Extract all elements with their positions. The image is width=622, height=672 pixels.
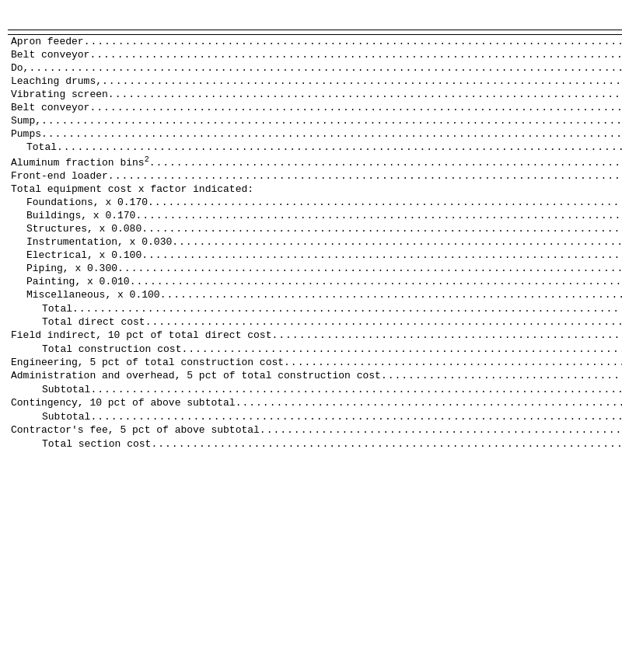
dot-leader: ........................................… (142, 249, 622, 261)
row-label: Contractor's fee, 5 pct of above subtota… (11, 424, 260, 436)
dot-leader: ........................................… (84, 36, 622, 47)
dot-leader: ........................................… (172, 236, 622, 248)
row-label: Foundations, x 0.170 (26, 197, 148, 208)
row-label: Buildings, x 0.170 (26, 210, 135, 221)
dot-leader: ........................................… (108, 170, 622, 182)
row-label: Instrumentation, x 0.030 (26, 236, 172, 248)
table-row: Foundations, x 0.170....................… (8, 196, 622, 209)
table-row: Do,.....................................… (8, 61, 622, 75)
dot-leader: ........................................… (41, 115, 622, 127)
dot-leader: ........................................… (236, 397, 622, 409)
row-label: Front-end loader (11, 170, 108, 182)
dot-leader: ........................................… (381, 370, 622, 381)
dot-leader: ........................................… (89, 102, 622, 113)
row-label: Apron feeder (11, 36, 84, 47)
table-row: Vibrating screen........................… (8, 88, 622, 101)
table-row: Subtotal................................… (8, 383, 622, 397)
table-row: Total...................................… (8, 302, 622, 316)
row-label: Total section cost (42, 438, 151, 450)
row-label: Aluminum fraction bins2 (11, 157, 149, 169)
row-label: Do, (11, 62, 29, 74)
table-row: Total section cost......................… (8, 437, 622, 452)
dot-leader: ........................................… (41, 128, 622, 140)
dot-leader: ........................................… (117, 263, 622, 274)
dot-leader: ........................................… (108, 89, 622, 100)
dot-leader: ........................................… (90, 411, 622, 423)
row-label: Vibrating screen (11, 89, 108, 100)
row-label: Leaching drums, (11, 75, 102, 87)
table-row: Structures, x 0.080.....................… (8, 222, 622, 235)
row-label: Total (42, 303, 72, 315)
table-row: Leaching drums,.........................… (8, 75, 622, 88)
table-row: Sump,...................................… (8, 114, 622, 127)
dot-leader: ........................................… (142, 223, 622, 235)
table-row: Piping, x 0.300.........................… (8, 262, 622, 275)
table-row: Pumps...................................… (8, 127, 622, 141)
dot-leader: ........................................… (181, 343, 622, 355)
dot-leader: ........................................… (284, 357, 622, 368)
table-row: Total equipment cost x factor indicated: (8, 183, 622, 196)
dot-leader: ........................................… (29, 62, 622, 74)
row-label: Total construction cost (42, 343, 181, 355)
table-row: Subtotal................................… (8, 410, 622, 424)
table-row: Contractor's fee, 5 pct of above subtota… (8, 423, 622, 437)
dot-leader: ........................................… (151, 438, 622, 450)
dot-leader: ........................................… (102, 75, 622, 87)
table-row: Belt conveyor...........................… (8, 48, 622, 61)
table-row: Painting, x 0.010.......................… (8, 275, 622, 288)
row-label: Pumps (11, 128, 41, 140)
table-row: Aluminum fraction bins2.................… (8, 155, 622, 169)
dot-leader: ........................................… (149, 157, 622, 169)
table-row: Total direct cost.......................… (8, 315, 622, 329)
row-label: Total direct cost (42, 316, 145, 328)
row-label: Structures, x 0.080 (26, 223, 142, 235)
row-label: Electrical, x 0.100 (26, 249, 142, 261)
dot-leader: ........................................… (130, 276, 622, 287)
dot-leader: ........................................… (271, 329, 622, 341)
dot-leader: ........................................… (145, 316, 622, 328)
row-label: Sump, (11, 115, 41, 127)
table-row: Front-end loader........................… (8, 169, 622, 183)
dot-leader: ........................................… (260, 424, 622, 436)
row-label: Subtotal (42, 411, 90, 423)
dot-leader: ........................................… (89, 49, 622, 61)
dot-leader: ........................................… (160, 289, 622, 301)
row-label: Contingency, 10 pct of above subtotal (11, 397, 236, 409)
row-label: Subtotal (42, 384, 90, 395)
row-label: Belt conveyor (11, 49, 89, 61)
row-label: Painting, x 0.010 (26, 276, 130, 287)
table-row: Buildings, x 0.170......................… (8, 209, 622, 222)
dot-leader: ........................................… (72, 303, 622, 315)
row-label: Belt conveyor (11, 102, 89, 113)
table-row: Field indirect, 10 pct of total direct c… (8, 329, 622, 343)
table-row: Total construction cost.................… (8, 343, 622, 357)
table-row: Instrumentation, x 0.030................… (8, 235, 622, 249)
table-row: Engineering, 5 pct of total construction… (8, 356, 622, 369)
table-row: Miscellaneous, x 0.100..................… (8, 288, 622, 302)
row-label: Administration and overhead, 5 pct of to… (11, 370, 381, 381)
dot-leader: ........................................… (57, 141, 622, 153)
row-label: Total (26, 141, 57, 153)
row-label: Piping, x 0.300 (26, 263, 117, 274)
dot-leader: ........................................… (90, 384, 622, 395)
row-label: Miscellaneous, x 0.100 (26, 289, 160, 301)
table-row: Administration and overhead, 5 pct of to… (8, 369, 622, 383)
row-label: Engineering, 5 pct of total construction… (11, 357, 284, 368)
table-row: Electrical, x 0.100.....................… (8, 249, 622, 262)
table-row: Belt conveyor...........................… (8, 101, 622, 114)
dot-leader: ........................................… (148, 197, 622, 208)
table-row: Apron feeder............................… (8, 34, 622, 48)
dot-leader: ........................................… (135, 210, 622, 221)
row-label: Field indirect, 10 pct of total direct c… (11, 329, 271, 341)
table-row: Contingency, 10 pct of above subtotal...… (8, 396, 622, 410)
table-row: Total...................................… (8, 141, 622, 155)
